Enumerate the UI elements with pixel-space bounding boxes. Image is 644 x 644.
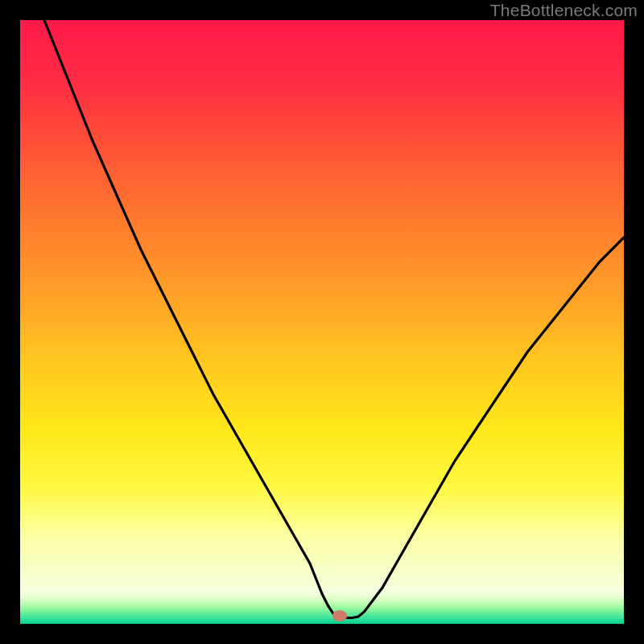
optimum-marker: [332, 610, 347, 621]
plot-background: [20, 20, 624, 592]
watermark-label: TheBottleneck.com: [490, 1, 638, 20]
chart-frame: TheBottleneck.com: [0, 0, 644, 644]
chart-svg: [0, 0, 644, 644]
